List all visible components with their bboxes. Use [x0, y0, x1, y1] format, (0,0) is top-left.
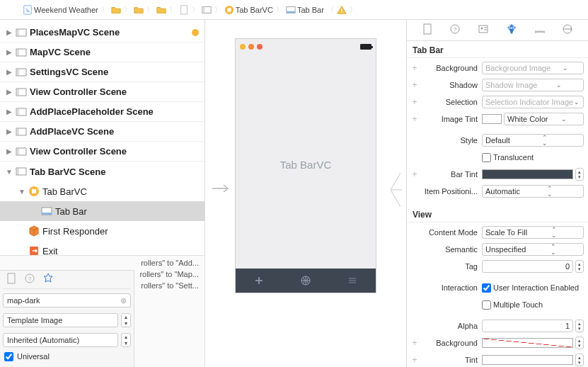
file-inspector-icon[interactable] — [420, 23, 435, 37]
scene-row[interactable]: ▶ SettingsVC Scene — [0, 62, 204, 82]
scene-row[interactable]: ▶ PlacesMapVC Scene — [0, 23, 204, 43]
semantic-dropdown[interactable]: Unspecified⌃⌄ — [482, 243, 584, 256]
svg-text:?: ? — [28, 276, 32, 282]
tag-field[interactable]: 0 — [482, 260, 573, 273]
stepper[interactable]: ▴▾ — [121, 313, 131, 327]
color-swatch[interactable] — [482, 114, 502, 124]
disclosure-icon[interactable]: ▼ — [6, 168, 13, 176]
universal-checkbox[interactable] — [4, 352, 13, 361]
storyboard-icon — [16, 106, 27, 118]
add-icon[interactable]: + — [411, 338, 418, 348]
stepper[interactable]: ▴▾ — [575, 354, 584, 366]
status-bar — [236, 42, 376, 52]
user-interaction-checkbox[interactable] — [482, 283, 491, 293]
style-dropdown[interactable]: Default⌃⌄ — [482, 134, 584, 147]
path-segment[interactable]: Tab Bar — [297, 6, 324, 14]
image-name-field[interactable]: map-dark ⊗ — [3, 293, 131, 307]
document-outline[interactable]: ▶ PlacesMapVC Scene ▶ MapVC Scene ▶ Sett… — [0, 20, 204, 255]
storyboard-icon[interactable] — [202, 5, 212, 15]
svg-rect-21 — [17, 89, 19, 95]
folder-icon[interactable] — [134, 5, 144, 15]
attributes-inspector-icon[interactable] — [504, 23, 519, 37]
scene-row[interactable]: ▶ AddPlacePlaceholder Scene — [0, 102, 204, 122]
add-icon[interactable]: + — [411, 114, 418, 124]
attributes-inspector-icon[interactable] — [42, 273, 54, 286]
disclosure-icon[interactable]: ▼ — [18, 188, 25, 196]
exit-row[interactable]: Exit — [0, 241, 204, 255]
background-swatch[interactable] — [482, 338, 573, 348]
background-image-dropdown[interactable]: Background Image⌄ — [482, 62, 584, 74]
stepper[interactable]: ▴▾ — [121, 333, 131, 347]
scene-row[interactable]: ▶ View Controller Scene — [0, 142, 204, 162]
exit-icon — [28, 245, 40, 255]
inspector-tabs[interactable]: ? — [407, 20, 588, 41]
file-inspector-icon[interactable] — [6, 273, 17, 286]
multiple-touch-checkbox[interactable] — [482, 300, 491, 310]
selection-image-dropdown[interactable]: Selection Indicator Image⌄ — [482, 96, 584, 108]
bar-tint-swatch[interactable] — [482, 169, 573, 179]
stepper[interactable]: ▴▾ — [575, 337, 584, 349]
rendering-dropdown[interactable]: Template Image — [3, 313, 118, 327]
svg-rect-19 — [17, 69, 19, 75]
section-header: Tab Bar — [407, 41, 588, 58]
canvas[interactable]: Tab BarVC — [205, 20, 406, 367]
add-icon[interactable]: + — [411, 355, 418, 365]
folder-icon[interactable] — [111, 5, 121, 15]
stepper[interactable]: ▴▾ — [575, 168, 584, 181]
connections-inspector-icon[interactable] — [560, 23, 575, 37]
add-icon[interactable]: + — [411, 169, 418, 179]
stepper[interactable]: ▴▾ — [575, 260, 584, 273]
file-icon[interactable] — [179, 5, 189, 15]
vc-row[interactable]: ▼ Tab BarVC — [0, 181, 204, 201]
disclosure-icon[interactable]: ▶ — [6, 28, 13, 36]
scene-icon — [28, 186, 40, 197]
tab-item-globe[interactable] — [282, 269, 329, 293]
tabbar-icon — [286, 5, 296, 15]
appearance-dropdown[interactable]: Inherited (Automatic) — [3, 333, 118, 347]
image-tint-dropdown[interactable]: White Color⌄ — [504, 113, 584, 125]
device-preview[interactable]: Tab BarVC — [235, 38, 376, 293]
disclosure-icon[interactable]: ▶ — [6, 48, 13, 56]
warning-icon[interactable] — [337, 5, 347, 15]
add-icon[interactable]: + — [411, 63, 418, 73]
add-icon[interactable]: + — [411, 97, 418, 107]
path-segment[interactable]: Weekend Weather — [34, 6, 98, 14]
svg-rect-11 — [287, 11, 295, 13]
stepper[interactable]: ▴▾ — [575, 320, 584, 332]
help-inspector-icon[interactable]: ? — [447, 23, 463, 37]
disclosure-icon[interactable]: ▶ — [6, 147, 13, 155]
scene-icon — [224, 5, 234, 15]
disclosure-icon[interactable]: ▶ — [6, 88, 13, 96]
tab-item-menu[interactable] — [329, 269, 376, 293]
tab-item-add[interactable] — [236, 269, 282, 293]
add-icon[interactable]: + — [411, 80, 418, 90]
scene-row[interactable]: ▶ MapVC Scene — [0, 43, 204, 62]
alpha-field[interactable]: 1 — [482, 320, 573, 332]
scene-row[interactable]: ▶ View Controller Scene — [0, 82, 204, 102]
entry-point-arrow — [211, 181, 232, 198]
tint-swatch[interactable] — [482, 355, 573, 365]
asset-attributes-panel: ? map-dark ⊗ Template — [0, 270, 134, 367]
identity-inspector-icon[interactable] — [475, 23, 491, 37]
content-mode-dropdown[interactable]: Scale To Fill⌃⌄ — [482, 226, 584, 239]
size-inspector-icon[interactable] — [532, 23, 548, 37]
disclosure-icon[interactable]: ▶ — [6, 68, 13, 76]
shadow-image-dropdown[interactable]: Shadow Image⌄ — [482, 79, 584, 91]
breadcrumb[interactable]: Weekend Weather 〉 〉 〉 〉 〉 〉 Tab BarVC 〉 … — [0, 0, 588, 20]
path-segment[interactable]: Tab BarVC — [236, 6, 273, 14]
storyboard-icon — [16, 86, 27, 98]
help-inspector-icon[interactable]: ? — [24, 273, 35, 286]
svg-rect-27 — [17, 149, 19, 154]
disclosure-icon[interactable]: ▶ — [6, 108, 13, 115]
scene-row[interactable]: ▼ Tab BarVC Scene — [0, 162, 204, 181]
translucent-checkbox[interactable] — [482, 153, 491, 162]
item-positioning-dropdown[interactable]: Automatic⌃⌄ — [482, 185, 584, 198]
scene-row[interactable]: ▶ AddPlaceVC Scene — [0, 122, 204, 142]
storyboard-icon — [16, 47, 27, 58]
device-tab-bar[interactable] — [236, 269, 376, 293]
clear-icon[interactable]: ⊗ — [120, 296, 127, 305]
first-responder-row[interactable]: First Responder — [0, 221, 204, 241]
disclosure-icon[interactable]: ▶ — [6, 128, 13, 135]
tabbar-row[interactable]: Tab Bar — [0, 201, 204, 221]
folder-icon[interactable] — [156, 5, 166, 15]
